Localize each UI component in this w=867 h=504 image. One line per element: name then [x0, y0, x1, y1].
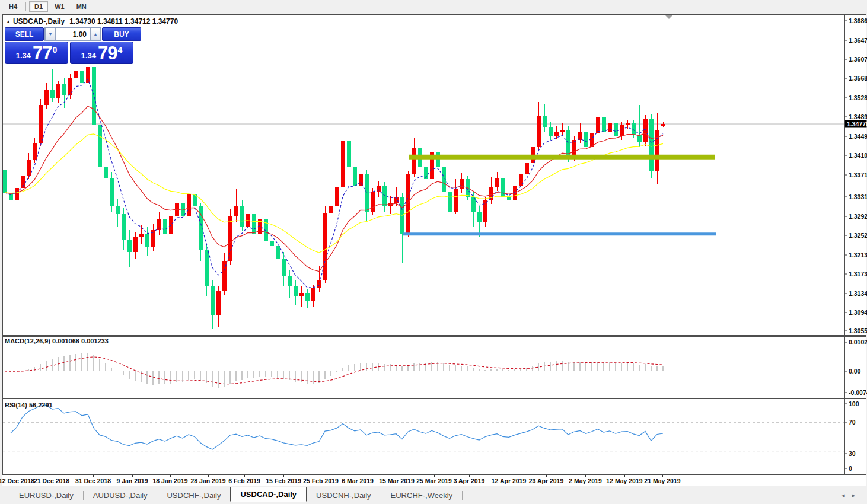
macd-label: MACD(12,26,9) 0.001068 0.001233: [5, 337, 109, 344]
price-tick: 1.34100: [849, 152, 867, 159]
tab-scroll-arrows[interactable]: ◂▸: [842, 492, 862, 499]
sell-price-panel[interactable]: 1.34 77 0: [5, 42, 68, 64]
buy-button[interactable]: BUY: [102, 27, 141, 41]
sell-price-pip: 0: [53, 45, 58, 55]
chart-tab-bar: EURUSD-,DailyAUDUSD-,DailyUSDCHF-,DailyU…: [0, 487, 867, 503]
price-tick: 1.33710: [849, 171, 867, 178]
collapse-ohlc-icon[interactable]: ▲: [6, 19, 11, 24]
date-tick: 12 Apr 2019: [492, 477, 527, 484]
date-tick: 25 Mar 2019: [416, 477, 452, 484]
price-tick: 1.32520: [849, 232, 867, 239]
date-tick: 12 May 2019: [606, 477, 642, 484]
price-tick: 1.34890: [849, 113, 867, 120]
date-tick: 3 Apr 2019: [454, 477, 485, 484]
price-tick: 1.30550: [849, 327, 867, 334]
date-tick: 21 Dec 2018: [34, 477, 69, 484]
volume-decrease-icon[interactable]: ▼: [45, 28, 56, 40]
price-tick: 1.32130: [849, 251, 867, 259]
date-tick: 21 May 2019: [644, 477, 680, 484]
price-tick: 1.33310: [849, 193, 867, 200]
date-tick: 6 Mar 2019: [342, 477, 374, 484]
sell-price-small: 1.34: [16, 49, 31, 62]
chart-background: [2, 14, 866, 486]
chart-canvas[interactable]: 1.368601.364701.360701.356801.352801.348…: [0, 0, 867, 504]
macd-axis-tick: -0.007477: [849, 389, 867, 396]
buy-price-pip: 4: [118, 45, 123, 55]
volume-increase-icon[interactable]: ▲: [90, 28, 101, 40]
rsi-axis-tick: 0: [849, 465, 852, 472]
rsi-label: RSI(14) 56.2291: [5, 401, 53, 409]
buy-price-big: 79: [98, 44, 117, 62]
price-tick: 1.35680: [849, 75, 867, 82]
date-tick: 31 Dec 2018: [75, 477, 111, 484]
price-tick: 1.36470: [849, 37, 867, 44]
tab-eurchf-weekly[interactable]: EURCHF-,Weekly: [381, 489, 463, 502]
tab-usdcad-daily[interactable]: USDCAD-,Daily: [230, 487, 307, 502]
date-tick: 25 Feb 2019: [303, 477, 339, 484]
date-tick: 28 Jan 2019: [191, 477, 226, 484]
price-tick: 1.30940: [849, 309, 867, 316]
tab-separator: [462, 491, 463, 500]
tab-scroll-right-icon: ▸: [852, 492, 862, 499]
price-tick: 1.32920: [849, 213, 867, 220]
buy-price-small: 1.34: [81, 49, 96, 62]
date-tick: 9 Jan 2019: [116, 477, 148, 484]
volume-input[interactable]: [56, 28, 90, 40]
one-click-trading-widget: SELL ▼ ▲ BUY 1.34 77 0 1.34 79 4: [5, 27, 133, 64]
price-tick: 1.35280: [849, 94, 867, 101]
rsi-axis-tick: 100: [849, 400, 859, 407]
sell-button[interactable]: SELL: [5, 27, 44, 41]
chart-title: ▲USDCAD-,Daily1.34730 1.34811 1.34712 1.…: [6, 17, 178, 25]
tab-audusd-daily[interactable]: AUDUSD-,Daily: [84, 489, 157, 502]
volume-spinner: ▼ ▲: [44, 27, 101, 41]
price-tick: 1.36070: [849, 56, 867, 63]
date-tick: 12 Dec 2018: [0, 477, 34, 484]
date-tick: 6 Feb 2019: [228, 477, 260, 484]
date-tick: 23 Apr 2019: [529, 477, 564, 484]
date-tick: 2 May 2019: [569, 477, 602, 484]
date-tick: 18 Jan 2019: [153, 477, 188, 484]
macd-axis-tick: 0.010229: [849, 339, 867, 346]
price-tick: 1.36860: [849, 17, 867, 24]
chart-symbol-label: USDCAD-,Daily: [13, 17, 65, 25]
macd-axis-tick: 0.00: [849, 368, 861, 375]
tab-usdcnh-daily[interactable]: USDCNH-,Daily: [307, 489, 380, 502]
ohlc-values: 1.34730 1.34811 1.34712 1.34770: [69, 17, 178, 25]
price-tick: 1.31730: [849, 270, 867, 277]
current-price-badge: 1.34770: [847, 120, 867, 127]
mt4-window: H4D1W1MN 1.368601.364701.360701.356801.3…: [0, 0, 867, 504]
sell-price-big: 77: [33, 44, 52, 62]
tab-eurusd-daily[interactable]: EURUSD-,Daily: [9, 489, 83, 502]
date-tick: 15 Feb 2019: [266, 477, 301, 484]
tab-usdchf-daily[interactable]: USDCHF-,Daily: [157, 489, 230, 502]
date-tick: 15 Mar 2019: [379, 477, 415, 484]
buy-price-panel[interactable]: 1.34 79 4: [70, 42, 133, 64]
rsi-axis-tick: 70: [849, 419, 856, 426]
rsi-axis-tick: 30: [849, 450, 856, 457]
tab-scroll-left-icon: ◂: [842, 492, 852, 499]
price-tick: 1.31340: [849, 290, 867, 297]
price-tick: 1.34490: [849, 133, 867, 140]
